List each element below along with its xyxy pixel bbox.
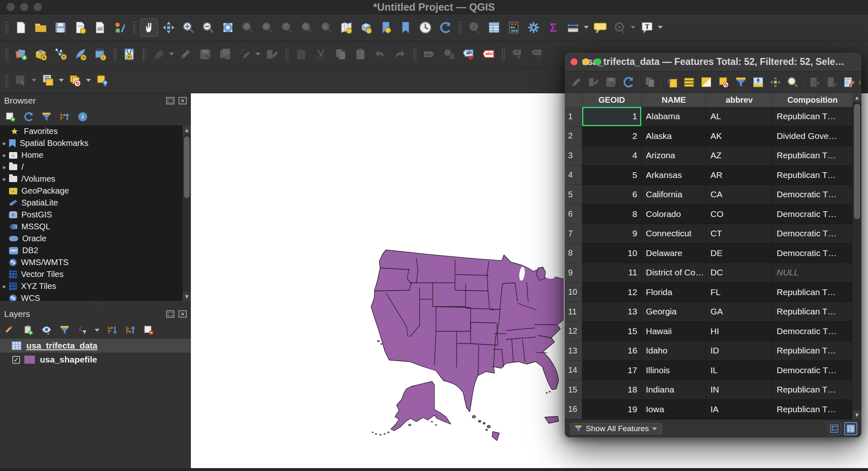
zoom-full-icon[interactable] (219, 18, 237, 37)
select-by-expression-icon[interactable]: ε (664, 74, 680, 90)
cell-composition[interactable]: NULL (773, 263, 852, 283)
cell-geoid[interactable]: 16 (582, 341, 642, 361)
toolbar-handle[interactable] (501, 47, 505, 61)
column-header-geoid[interactable]: GEOID (582, 93, 642, 107)
show-spatial-bookmarks-icon[interactable] (377, 18, 395, 37)
new-map-view-icon[interactable] (337, 18, 355, 37)
measure-icon[interactable] (564, 18, 582, 37)
zoom-native-icon[interactable]: 1:1 (278, 18, 296, 37)
expander-icon[interactable] (0, 282, 9, 290)
cell-composition[interactable]: Republican T… (773, 380, 852, 400)
cut-features-icon[interactable] (312, 45, 330, 63)
cell-abbrev[interactable]: IA (706, 400, 773, 420)
layer-labeling-off-icon[interactable]: abc (479, 45, 497, 63)
move-selection-top-icon[interactable] (750, 74, 766, 90)
row-number[interactable]: 15 (565, 380, 582, 400)
toolbar-handle[interactable] (413, 47, 416, 61)
cell-composition[interactable]: Republican T… (773, 146, 852, 166)
cell-geoid[interactable]: 8 (582, 205, 642, 224)
expand-all-icon[interactable] (106, 324, 118, 336)
cell-abbrev[interactable]: AL (706, 107, 773, 127)
filter-features-icon[interactable] (733, 74, 749, 90)
pan-to-selection-icon[interactable] (160, 18, 178, 37)
cell-name[interactable]: Hawaii (642, 322, 706, 342)
new-3d-map-view-icon[interactable] (357, 18, 375, 37)
save-all-edits-icon[interactable] (216, 45, 234, 63)
refresh-icon[interactable] (436, 18, 454, 37)
close-window-button[interactable] (571, 58, 578, 65)
row-number[interactable]: 12 (565, 322, 582, 342)
reload-table-icon[interactable] (620, 74, 636, 90)
new-field-icon[interactable] (806, 74, 823, 90)
collapse-all-layers-icon[interactable] (124, 324, 137, 336)
row-number[interactable]: 5 (565, 185, 582, 205)
processing-toolbox-icon[interactable] (525, 18, 543, 37)
new-mesh-icon[interactable] (91, 45, 109, 63)
zoom-next-icon[interactable] (318, 18, 336, 37)
scroll-down-icon[interactable]: ▼ (183, 292, 191, 301)
deselect-all-icon[interactable] (715, 74, 732, 90)
deselect-dropdown-caret[interactable] (86, 79, 91, 84)
cell-geoid[interactable]: 2 (582, 127, 642, 146)
float-panel-icon[interactable] (166, 97, 174, 104)
text-annotation-icon[interactable]: T (638, 18, 656, 37)
properties-icon[interactable]: i (77, 111, 89, 123)
cell-name[interactable]: Iowa (642, 400, 706, 420)
cell-composition[interactable]: Democratic T… (773, 185, 852, 205)
current-edits-caret[interactable] (169, 53, 174, 58)
panel-splitter[interactable] (0, 301, 191, 307)
diagram-options-icon[interactable] (440, 45, 458, 63)
current-edits-icon[interactable] (149, 45, 167, 63)
toolbar-handle[interactable] (5, 21, 8, 35)
statistical-summary-icon[interactable] (505, 18, 523, 37)
row-number[interactable]: 14 (565, 361, 582, 381)
new-shapefile-icon[interactable] (51, 45, 70, 63)
cell-abbrev[interactable]: IL (706, 361, 773, 381)
new-print-layout-icon[interactable] (71, 18, 89, 37)
cell-name[interactable]: Idaho (642, 341, 706, 361)
row-number[interactable]: 3 (565, 146, 582, 166)
row-number[interactable]: 8 (565, 244, 582, 263)
delete-selected-icon[interactable] (292, 45, 310, 63)
layout-manager-icon[interactable] (91, 18, 109, 37)
cell-name[interactable]: District of Co… (642, 263, 706, 283)
row-number[interactable]: 13 (565, 341, 582, 361)
undo-icon[interactable] (371, 45, 389, 63)
deselect-all-icon[interactable] (66, 72, 84, 90)
new-spatial-bookmark-icon[interactable] (397, 18, 415, 37)
project-open-icon[interactable] (32, 18, 50, 37)
scroll-down-icon[interactable]: ▼ (852, 410, 861, 419)
cell-abbrev[interactable]: CA (706, 185, 773, 205)
column-header-abbrev[interactable]: abbrev (706, 93, 773, 107)
maximize-window-button[interactable] (594, 58, 601, 65)
form-view-icon[interactable] (828, 422, 841, 435)
cell-geoid[interactable]: 13 (582, 302, 642, 322)
cell-abbrev[interactable]: AR (706, 166, 773, 185)
cell-name[interactable]: Delaware (642, 244, 706, 263)
cell-name[interactable]: Connecticut (642, 224, 706, 244)
cell-name[interactable]: California (642, 185, 706, 205)
cell-abbrev[interactable]: AK (706, 127, 773, 146)
row-number[interactable]: 11 (565, 302, 582, 322)
label-show-hide-icon[interactable]: abc (528, 45, 546, 63)
zoom-last-icon[interactable] (298, 18, 316, 37)
cell-geoid[interactable]: 9 (582, 224, 642, 244)
feature-filter-button[interactable]: Show All Features (569, 422, 663, 435)
layer-labeling-options-icon[interactable]: abc (420, 45, 438, 63)
action-dropdown-caret[interactable] (631, 26, 636, 31)
browser-item[interactable]: SpatiaLite (0, 197, 183, 209)
row-number[interactable]: 9 (565, 263, 582, 283)
cell-abbrev[interactable]: FL (706, 283, 773, 302)
select-by-value-caret[interactable] (59, 79, 64, 84)
cell-abbrev[interactable]: HI (706, 322, 773, 342)
project-save-icon[interactable] (51, 18, 70, 37)
cell-composition[interactable]: Democratic T… (773, 322, 852, 342)
row-number[interactable]: 4 (565, 166, 582, 185)
label-pin-icon[interactable]: ab (508, 45, 527, 63)
scroll-up-icon[interactable]: ▲ (183, 125, 191, 134)
browser-item[interactable]: /Volumes (0, 173, 183, 185)
cell-name[interactable]: Florida (642, 283, 706, 302)
pan-to-selection-icon[interactable] (767, 74, 784, 90)
temporal-controller-icon[interactable] (416, 18, 434, 37)
cell-abbrev[interactable]: ID (706, 341, 773, 361)
